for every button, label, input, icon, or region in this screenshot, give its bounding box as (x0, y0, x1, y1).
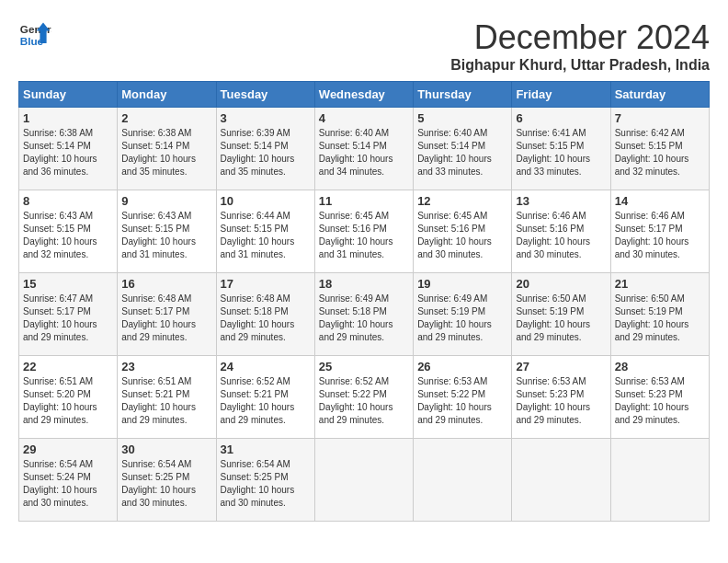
day-number: 7 (615, 111, 705, 125)
day-info: Sunrise: 6:48 AM Sunset: 5:17 PM Dayligh… (121, 293, 211, 344)
day-number: 27 (516, 360, 606, 373)
weekday-header-saturday: Saturday (610, 82, 709, 108)
day-number: 18 (319, 277, 409, 291)
day-info: Sunrise: 6:53 AM Sunset: 5:23 PM Dayligh… (615, 375, 705, 427)
calendar-cell: 3 Sunrise: 6:39 AM Sunset: 5:14 PM Dayli… (216, 108, 314, 190)
day-number: 16 (121, 277, 211, 291)
week-row-2: 8 Sunrise: 6:43 AM Sunset: 5:15 PM Dayli… (19, 190, 710, 273)
calendar-cell (414, 439, 512, 522)
calendar-cell: 7 Sunrise: 6:42 AM Sunset: 5:15 PM Dayli… (610, 108, 709, 190)
day-number: 9 (121, 194, 211, 208)
day-info: Sunrise: 6:44 AM Sunset: 5:15 PM Dayligh… (221, 210, 311, 261)
calendar-cell: 6 Sunrise: 6:41 AM Sunset: 5:15 PM Dayli… (512, 108, 610, 190)
calendar-cell: 28 Sunrise: 6:53 AM Sunset: 5:23 PM Dayl… (610, 356, 709, 439)
calendar-cell: 23 Sunrise: 6:51 AM Sunset: 5:21 PM Dayl… (118, 356, 216, 439)
day-info: Sunrise: 6:46 AM Sunset: 5:16 PM Dayligh… (516, 210, 606, 261)
day-number: 15 (23, 277, 113, 291)
calendar-cell: 15 Sunrise: 6:47 AM Sunset: 5:17 PM Dayl… (19, 273, 118, 356)
day-number: 28 (615, 360, 705, 373)
calendar-cell: 9 Sunrise: 6:43 AM Sunset: 5:15 PM Dayli… (118, 190, 216, 273)
day-info: Sunrise: 6:40 AM Sunset: 5:14 PM Dayligh… (417, 127, 507, 178)
day-info: Sunrise: 6:43 AM Sunset: 5:15 PM Dayligh… (23, 210, 113, 261)
day-number: 4 (319, 111, 409, 125)
weekday-header-sunday: Sunday (19, 82, 118, 108)
day-number: 20 (516, 277, 606, 291)
day-number: 11 (319, 194, 409, 208)
calendar-cell: 24 Sunrise: 6:52 AM Sunset: 5:21 PM Dayl… (216, 356, 314, 439)
calendar-subtitle: Bighapur Khurd, Uttar Pradesh, India (450, 57, 710, 74)
day-info: Sunrise: 6:54 AM Sunset: 5:24 PM Dayligh… (23, 458, 113, 510)
day-info: Sunrise: 6:51 AM Sunset: 5:20 PM Dayligh… (23, 375, 113, 427)
day-info: Sunrise: 6:38 AM Sunset: 5:14 PM Dayligh… (23, 127, 113, 178)
day-info: Sunrise: 6:49 AM Sunset: 5:18 PM Dayligh… (319, 293, 409, 344)
calendar-cell (610, 439, 709, 522)
calendar-cell: 26 Sunrise: 6:53 AM Sunset: 5:22 PM Dayl… (414, 356, 512, 439)
calendar-cell: 19 Sunrise: 6:49 AM Sunset: 5:19 PM Dayl… (414, 273, 512, 356)
logo-icon: General Blue (18, 18, 51, 52)
calendar-cell: 22 Sunrise: 6:51 AM Sunset: 5:20 PM Dayl… (19, 356, 118, 439)
calendar-cell: 4 Sunrise: 6:40 AM Sunset: 5:14 PM Dayli… (314, 108, 413, 190)
calendar-table: SundayMondayTuesdayWednesdayThursdayFrid… (18, 81, 710, 522)
calendar-cell: 11 Sunrise: 6:45 AM Sunset: 5:16 PM Dayl… (314, 190, 413, 273)
day-info: Sunrise: 6:46 AM Sunset: 5:17 PM Dayligh… (615, 210, 705, 261)
week-row-3: 15 Sunrise: 6:47 AM Sunset: 5:17 PM Dayl… (19, 273, 710, 356)
day-number: 21 (615, 277, 705, 291)
calendar-cell: 10 Sunrise: 6:44 AM Sunset: 5:15 PM Dayl… (216, 190, 314, 273)
calendar-cell: 21 Sunrise: 6:50 AM Sunset: 5:19 PM Dayl… (610, 273, 709, 356)
day-number: 2 (121, 111, 211, 125)
day-info: Sunrise: 6:54 AM Sunset: 5:25 PM Dayligh… (121, 458, 211, 510)
day-number: 24 (221, 360, 311, 373)
day-info: Sunrise: 6:39 AM Sunset: 5:14 PM Dayligh… (221, 127, 311, 178)
calendar-cell: 20 Sunrise: 6:50 AM Sunset: 5:19 PM Dayl… (512, 273, 610, 356)
day-number: 13 (516, 194, 606, 208)
day-number: 29 (23, 442, 113, 456)
day-info: Sunrise: 6:53 AM Sunset: 5:22 PM Dayligh… (417, 375, 507, 427)
day-number: 25 (319, 360, 409, 373)
week-row-5: 29 Sunrise: 6:54 AM Sunset: 5:24 PM Dayl… (19, 439, 710, 522)
day-info: Sunrise: 6:54 AM Sunset: 5:25 PM Dayligh… (221, 458, 311, 510)
calendar-cell: 13 Sunrise: 6:46 AM Sunset: 5:16 PM Dayl… (512, 190, 610, 273)
calendar-cell: 18 Sunrise: 6:49 AM Sunset: 5:18 PM Dayl… (314, 273, 413, 356)
calendar-cell: 27 Sunrise: 6:53 AM Sunset: 5:23 PM Dayl… (512, 356, 610, 439)
day-info: Sunrise: 6:48 AM Sunset: 5:18 PM Dayligh… (221, 293, 311, 344)
weekday-header-monday: Monday (118, 82, 216, 108)
calendar-cell: 2 Sunrise: 6:38 AM Sunset: 5:14 PM Dayli… (118, 108, 216, 190)
day-number: 26 (417, 360, 507, 373)
title-section: December 2024 Bighapur Khurd, Uttar Prad… (450, 18, 710, 74)
calendar-cell: 25 Sunrise: 6:52 AM Sunset: 5:22 PM Dayl… (314, 356, 413, 439)
day-info: Sunrise: 6:40 AM Sunset: 5:14 PM Dayligh… (319, 127, 409, 178)
day-info: Sunrise: 6:38 AM Sunset: 5:14 PM Dayligh… (121, 127, 211, 178)
calendar-cell: 8 Sunrise: 6:43 AM Sunset: 5:15 PM Dayli… (19, 190, 118, 273)
week-row-4: 22 Sunrise: 6:51 AM Sunset: 5:20 PM Dayl… (19, 356, 710, 439)
day-number: 19 (417, 277, 507, 291)
calendar-cell: 5 Sunrise: 6:40 AM Sunset: 5:14 PM Dayli… (414, 108, 512, 190)
day-number: 14 (615, 194, 705, 208)
day-number: 12 (417, 194, 507, 208)
calendar-cell: 16 Sunrise: 6:48 AM Sunset: 5:17 PM Dayl… (118, 273, 216, 356)
day-number: 30 (121, 442, 211, 456)
day-info: Sunrise: 6:49 AM Sunset: 5:19 PM Dayligh… (417, 293, 507, 344)
day-info: Sunrise: 6:41 AM Sunset: 5:15 PM Dayligh… (516, 127, 606, 178)
calendar-cell (512, 439, 610, 522)
calendar-cell: 31 Sunrise: 6:54 AM Sunset: 5:25 PM Dayl… (216, 439, 314, 522)
day-number: 3 (221, 111, 311, 125)
weekday-header-thursday: Thursday (414, 82, 512, 108)
calendar-title: December 2024 (450, 18, 710, 57)
day-info: Sunrise: 6:42 AM Sunset: 5:15 PM Dayligh… (615, 127, 705, 178)
calendar-cell: 30 Sunrise: 6:54 AM Sunset: 5:25 PM Dayl… (118, 439, 216, 522)
calendar-cell: 12 Sunrise: 6:45 AM Sunset: 5:16 PM Dayl… (414, 190, 512, 273)
day-number: 10 (221, 194, 311, 208)
weekday-header-friday: Friday (512, 82, 610, 108)
day-number: 5 (417, 111, 507, 125)
day-info: Sunrise: 6:45 AM Sunset: 5:16 PM Dayligh… (319, 210, 409, 261)
logo: General Blue (18, 18, 51, 52)
weekday-header-row: SundayMondayTuesdayWednesdayThursdayFrid… (19, 82, 710, 108)
weekday-header-tuesday: Tuesday (216, 82, 314, 108)
day-info: Sunrise: 6:52 AM Sunset: 5:22 PM Dayligh… (319, 375, 409, 427)
day-number: 31 (221, 442, 311, 456)
week-row-1: 1 Sunrise: 6:38 AM Sunset: 5:14 PM Dayli… (19, 108, 710, 190)
calendar-cell: 14 Sunrise: 6:46 AM Sunset: 5:17 PM Dayl… (610, 190, 709, 273)
day-info: Sunrise: 6:47 AM Sunset: 5:17 PM Dayligh… (23, 293, 113, 344)
header: General Blue December 2024 Bighapur Khur… (18, 18, 710, 74)
calendar-cell: 29 Sunrise: 6:54 AM Sunset: 5:24 PM Dayl… (19, 439, 118, 522)
